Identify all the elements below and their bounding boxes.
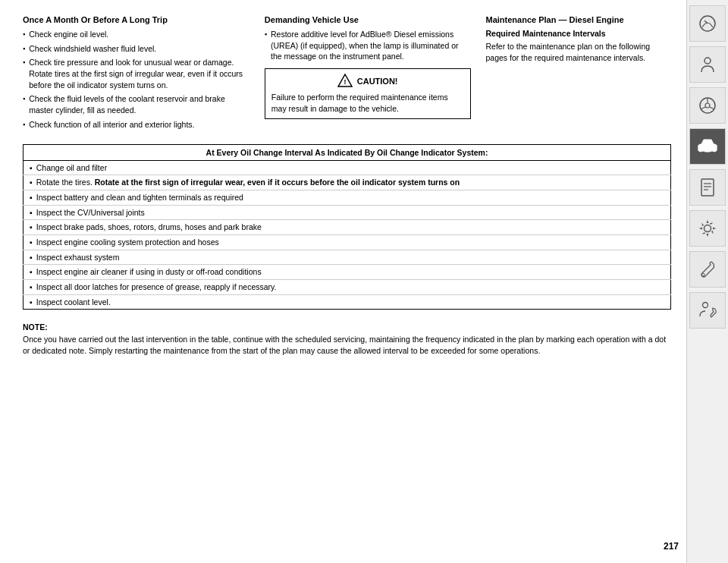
col-right: Maintenance Plan — Diesel Engine Require… xyxy=(486,15,672,63)
table-row: ▪ Inspect all door latches for presence … xyxy=(24,280,671,295)
wrench-sidebar-icon[interactable] xyxy=(689,251,726,288)
checkbox-symbol: ▪ xyxy=(265,30,267,39)
svg-point-18 xyxy=(704,225,711,232)
table-cell: ▪ Inspect coolant level. xyxy=(24,294,671,310)
checkbox-symbol: ▪ xyxy=(30,177,33,188)
table-cell: ▪ Inspect all door latches for presence … xyxy=(24,280,671,295)
row-text: Rotate the tires. Rotate at the first si… xyxy=(36,177,460,188)
checkbox-symbol: ▪ xyxy=(23,58,25,68)
table-row: ▪ Inspect exhaust system xyxy=(24,250,671,265)
page-number: 217 xyxy=(664,541,679,552)
table-cell: ▪ Inspect the CV/Universal joints xyxy=(24,205,671,220)
list-item-text: Restore additive level for AdBlue® Diese… xyxy=(271,29,470,62)
top-section: Once A Month Or Before A Long Trip ▪ Che… xyxy=(23,15,671,134)
caution-label: CAUTION! xyxy=(357,77,398,86)
list-item-text: Check function of all interior and exter… xyxy=(29,119,194,131)
list-item: ▪ Check windshield washer fluid level. xyxy=(23,43,249,55)
document-sidebar-icon[interactable] xyxy=(689,169,726,206)
table-row: ▪ Inspect battery and clean and tighten … xyxy=(24,190,671,205)
row-text: Inspect engine cooling system protection… xyxy=(36,237,219,248)
row-text: Inspect battery and clean and tighten te… xyxy=(36,192,243,203)
oil-change-table-header: At Every Oil Change Interval As Indicate… xyxy=(24,144,671,160)
table-cell: ▪ Inspect engine cooling system protecti… xyxy=(24,234,671,250)
table-row: ▪ Change oil and filter xyxy=(24,160,671,175)
svg-line-8 xyxy=(701,107,705,109)
row-text: Inspect coolant level. xyxy=(36,297,111,308)
oil-change-table: At Every Oil Change Interval As Indicate… xyxy=(23,144,671,310)
car-sidebar-icon[interactable] xyxy=(689,128,726,165)
checkbox-symbol: ▪ xyxy=(30,207,33,219)
note-section: NOTE: Once you have carried out the last… xyxy=(23,322,671,357)
list-item-text: Check the fluid levels of the coolant re… xyxy=(29,93,249,115)
gauge-sidebar-icon[interactable] xyxy=(689,5,726,42)
table-row: ▪ Inspect engine cooling system protecti… xyxy=(24,234,671,250)
list-item: ▪ Restore additive level for AdBlue® Die… xyxy=(265,29,471,62)
caution-box: ! CAUTION! Failure to perform the requir… xyxy=(265,68,471,119)
table-cell: ▪ Change oil and filter xyxy=(24,160,671,175)
checkbox-symbol: ▪ xyxy=(30,252,33,263)
checkbox-symbol: ▪ xyxy=(23,94,25,104)
table-cell: ▪ Inspect battery and clean and tighten … xyxy=(24,190,671,205)
steering-sidebar-icon[interactable] xyxy=(689,87,726,124)
note-label: NOTE: xyxy=(23,322,48,332)
table-cell: ▪ Inspect engine air cleaner if using in… xyxy=(24,265,671,280)
col-left: Once A Month Or Before A Long Trip ▪ Che… xyxy=(23,15,249,134)
warning-triangle-icon: ! xyxy=(337,74,353,89)
checkbox-symbol: ▪ xyxy=(23,44,25,54)
oil-change-section: At Every Oil Change Interval As Indicate… xyxy=(23,141,671,310)
col-middle: Demanding Vehicle Use ▪ Restore additive… xyxy=(265,15,471,119)
table-cell: ▪ Rotate the tires. Rotate at the first … xyxy=(24,175,671,190)
checkbox-symbol: ▪ xyxy=(30,266,33,278)
col-right-subsection: Required Maintenance Intervals xyxy=(486,29,672,38)
checkbox-symbol: ▪ xyxy=(23,30,25,39)
table-row: ▪ Inspect engine air cleaner if using in… xyxy=(24,265,671,280)
table-row: ▪ Inspect the CV/Universal joints xyxy=(24,205,671,220)
table-cell: ▪ Inspect exhaust system xyxy=(24,250,671,265)
caution-header: ! CAUTION! xyxy=(271,74,464,89)
list-item: ▪ Check the fluid levels of the coolant … xyxy=(23,93,249,115)
row-text: Change oil and filter xyxy=(36,162,107,174)
gear-sidebar-icon[interactable] xyxy=(689,210,726,247)
checkbox-symbol: ▪ xyxy=(30,192,33,203)
table-cell: ▪ Inspect brake pads, shoes, rotors, dru… xyxy=(24,220,671,235)
checkbox-symbol: ▪ xyxy=(30,222,33,233)
checkbox-symbol: ▪ xyxy=(30,237,33,248)
col-middle-title: Demanding Vehicle Use xyxy=(265,15,471,24)
col-right-title: Maintenance Plan — Diesel Engine xyxy=(486,15,672,24)
checkbox-symbol: ▪ xyxy=(30,297,33,308)
table-row: ▪ Inspect brake pads, shoes, rotors, dru… xyxy=(24,220,671,235)
col-right-text: Refer to the maintenance plan on the fol… xyxy=(486,41,672,63)
note-text: Once you have carried out the last inter… xyxy=(23,335,666,355)
list-item: ▪ Check tire pressure and look for unusu… xyxy=(23,57,249,90)
row-text: Inspect all door latches for presence of… xyxy=(36,282,277,293)
row-text: Inspect exhaust system xyxy=(36,252,120,263)
person-wrench-sidebar-icon[interactable] xyxy=(689,292,726,329)
svg-line-9 xyxy=(710,107,714,109)
svg-point-4 xyxy=(704,58,711,64)
table-row: ▪ Rotate the tires. Rotate at the first … xyxy=(24,175,671,190)
list-item: ▪ Check engine oil level. xyxy=(23,29,249,40)
table-row: ▪ Inspect coolant level. xyxy=(24,294,671,310)
svg-rect-14 xyxy=(701,179,714,196)
svg-text:!: ! xyxy=(344,78,346,86)
checkbox-symbol: ▪ xyxy=(30,162,33,174)
caution-text: Failure to perform the required maintena… xyxy=(271,92,464,114)
checkbox-symbol: ▪ xyxy=(30,282,33,293)
checkbox-symbol: ▪ xyxy=(23,120,25,130)
list-item-text: Check windshield washer fluid level. xyxy=(29,43,156,55)
list-item: ▪ Check function of all interior and ext… xyxy=(23,119,249,131)
right-sidebar xyxy=(686,0,728,563)
svg-point-20 xyxy=(703,303,708,308)
person-sidebar-icon[interactable] xyxy=(689,46,726,83)
row-text: Inspect engine air cleaner if using in d… xyxy=(36,266,262,278)
list-item-text: Check tire pressure and look for unusual… xyxy=(29,57,249,90)
svg-point-6 xyxy=(705,103,710,108)
list-item-text: Check engine oil level. xyxy=(29,29,108,40)
row-text: Inspect brake pads, shoes, rotors, drums… xyxy=(36,222,262,233)
row-text: Inspect the CV/Universal joints xyxy=(36,207,145,219)
col-left-title: Once A Month Or Before A Long Trip xyxy=(23,15,249,24)
